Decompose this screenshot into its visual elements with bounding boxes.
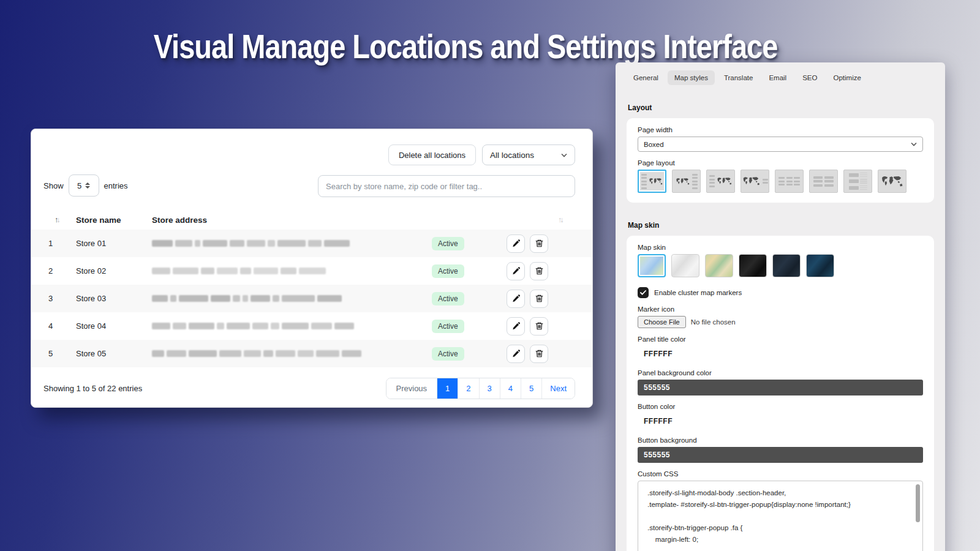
pagination-page-2[interactable]: 2 [458, 378, 478, 399]
choose-file-button[interactable]: Choose File [638, 316, 686, 328]
map-skin-option-black[interactable] [739, 254, 767, 277]
custom-css-textarea[interactable]: .storeify-sl-light-modal-body .section-h… [638, 481, 923, 551]
status-badge: Active [432, 292, 464, 305]
page-layout-option-sidebar-left-with-map[interactable] [638, 170, 666, 193]
show-entries-control: Show 5 entries [43, 174, 128, 197]
map-skin-option-ocean[interactable] [806, 254, 834, 277]
settings-panel: GeneralMap stylesTranslateEmailSEOOptimi… [616, 62, 945, 551]
tab-email[interactable]: Email [762, 70, 793, 85]
row-index: 2 [31, 266, 76, 276]
pagination: Previous12345Next [386, 378, 575, 399]
delete-store-button[interactable] [530, 234, 548, 253]
store-name: Store 02 [76, 266, 152, 276]
scrollbar-thumb[interactable] [916, 484, 920, 522]
store-address-redacted [152, 268, 432, 274]
color-field-label: Button background [638, 437, 923, 444]
map-skin-option-grayscale[interactable] [671, 254, 699, 277]
map-skin-section-heading: Map skin [628, 221, 933, 230]
color-fields: Panel title colorFFFFFFPanel background … [638, 335, 923, 463]
delete-all-locations-button[interactable]: Delete all locations [388, 144, 476, 165]
delete-store-button[interactable] [530, 262, 548, 280]
status-badge: Active [432, 320, 464, 333]
edit-store-button[interactable] [507, 290, 525, 308]
page-layout-option-grid-two-columns[interactable] [809, 170, 838, 193]
pagination-page-3[interactable]: 3 [479, 378, 500, 399]
page-layout-option-sidebar-left-with-map-alt[interactable] [706, 170, 735, 193]
tab-translate[interactable]: Translate [717, 70, 760, 85]
pagination-page-5[interactable]: 5 [521, 378, 541, 399]
color-input-button-background[interactable]: 555555 [638, 447, 923, 463]
search-input[interactable] [318, 175, 575, 197]
map-skin-label: Map skin [638, 244, 923, 251]
table-row: 5Store 05Active [31, 340, 592, 367]
chevron-down-icon [561, 153, 567, 157]
edit-store-button[interactable] [507, 234, 525, 253]
store-address-redacted [152, 323, 432, 329]
column-header-store-name[interactable]: Store name [76, 216, 152, 225]
map-skin-option-night[interactable] [772, 254, 801, 277]
status-badge: Active [432, 264, 464, 278]
custom-css-label: Custom CSS [638, 470, 923, 478]
locations-panel: Delete all locations All locations Show … [31, 129, 593, 408]
page-layout-option-list-rows[interactable] [843, 170, 872, 193]
layout-section-heading: Layout [628, 103, 933, 112]
delete-store-button[interactable] [530, 317, 548, 335]
store-name: Store 04 [76, 321, 152, 331]
tab-map-styles[interactable]: Map styles [668, 70, 715, 85]
table-row: 2Store 02Active [31, 257, 592, 285]
store-address-redacted [152, 350, 432, 357]
pencil-icon [511, 266, 521, 276]
marker-icon-file-input: Choose File No file chosen [638, 316, 923, 328]
color-input-panel-background-color[interactable]: 555555 [638, 380, 923, 395]
color-input-panel-title-color[interactable]: FFFFFF [638, 346, 923, 362]
color-input-button-color[interactable]: FFFFFF [638, 413, 923, 429]
layout-card: Page width Boxed Page layout [627, 118, 934, 203]
trash-icon [535, 321, 544, 331]
delete-store-button[interactable] [530, 290, 548, 308]
cluster-markers-checkbox[interactable]: Enable cluster map markers [638, 287, 923, 298]
page-width-select[interactable]: Boxed [638, 137, 923, 152]
settings-tabs: GeneralMap stylesTranslateEmailSEOOptimi… [627, 70, 934, 85]
locations-filter-select[interactable]: All locations [482, 144, 575, 165]
edit-store-button[interactable] [507, 317, 525, 335]
tab-general[interactable]: General [627, 70, 665, 85]
page-layout-option-map-only[interactable] [878, 170, 907, 193]
page-layout-option-grid-three-columns[interactable] [775, 170, 804, 193]
column-header-store-address[interactable]: Store address [152, 216, 432, 225]
trash-icon [535, 266, 544, 276]
page-layout-option-wide-map-with-list[interactable] [741, 170, 769, 193]
entries-count-select[interactable]: 5 [69, 174, 99, 197]
tab-seo[interactable]: SEO [796, 70, 824, 85]
color-field-label: Panel background color [638, 369, 923, 377]
entries-count-value: 5 [77, 181, 81, 190]
pagination-page-4[interactable]: 4 [500, 378, 521, 399]
chevron-down-icon [911, 142, 917, 146]
trash-icon [535, 349, 544, 358]
pencil-icon [511, 239, 521, 248]
file-chosen-text: No file chosen [691, 318, 736, 326]
store-address-redacted [152, 240, 432, 247]
tab-optimize[interactable]: Optimize [826, 70, 867, 85]
pencil-icon [511, 321, 521, 331]
pagination-page-1[interactable]: 1 [437, 378, 458, 399]
checkbox-checked-icon [638, 287, 649, 298]
map-skin-option-light[interactable] [638, 254, 666, 277]
page-layout-options [638, 170, 923, 193]
pagination-next[interactable]: Next [541, 378, 575, 399]
store-address-redacted [152, 295, 432, 302]
show-label: Show [43, 181, 64, 190]
page-width-value: Boxed [644, 141, 664, 148]
row-index: 3 [31, 294, 76, 303]
delete-store-button[interactable] [530, 345, 548, 363]
row-index: 5 [31, 349, 76, 358]
entries-summary: Showing 1 to 5 of 22 entries [43, 384, 142, 393]
page-layout-option-map-with-sidebar-right[interactable] [672, 170, 701, 193]
sort-icon[interactable]: ↑↓ [558, 216, 592, 224]
edit-store-button[interactable] [507, 345, 525, 363]
color-field-label: Button color [638, 403, 923, 410]
map-skin-option-terrain[interactable] [705, 254, 733, 277]
color-field-label: Panel title color [638, 335, 923, 343]
sort-icon[interactable]: ↑↓ [31, 216, 76, 224]
pagination-previous[interactable]: Previous [386, 378, 437, 399]
edit-store-button[interactable] [507, 262, 525, 280]
